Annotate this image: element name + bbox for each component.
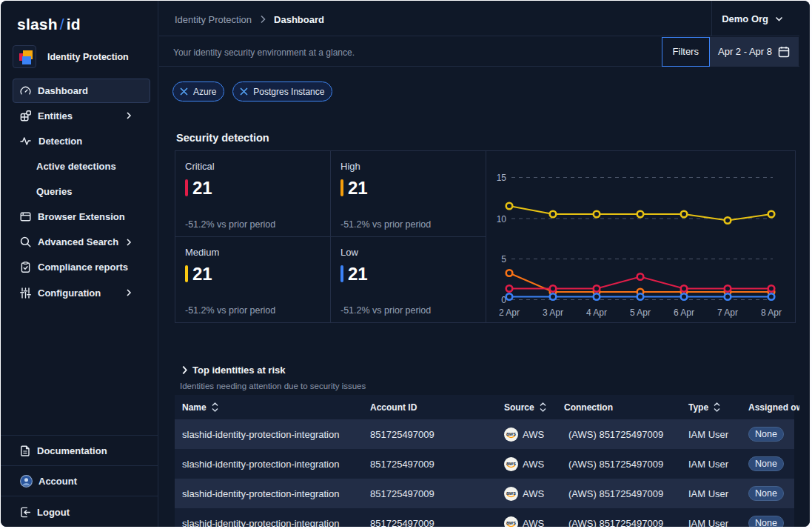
- svg-text:aws: aws: [506, 519, 516, 525]
- svg-text:aws: aws: [506, 430, 516, 436]
- svg-text:5 Apr: 5 Apr: [630, 307, 651, 318]
- svg-text:aws: aws: [506, 490, 516, 495]
- svg-text:5: 5: [501, 254, 506, 264]
- svg-text:8 Apr: 8 Apr: [761, 307, 782, 318]
- svg-text:15: 15: [497, 173, 507, 183]
- svg-text:7 Apr: 7 Apr: [717, 307, 738, 318]
- svg-text:3 Apr: 3 Apr: [543, 307, 563, 318]
- svg-text:4 Apr: 4 Apr: [586, 307, 607, 318]
- svg-text:aws: aws: [506, 460, 516, 465]
- svg-text:2 Apr: 2 Apr: [499, 307, 520, 318]
- svg-text:6 Apr: 6 Apr: [674, 307, 694, 318]
- svg-text:10: 10: [497, 214, 507, 224]
